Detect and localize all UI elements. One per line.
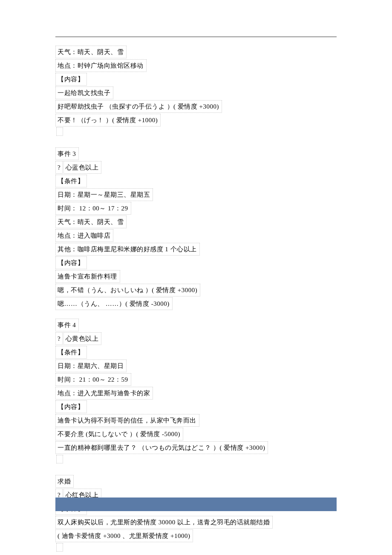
event-4-heart-q: ? (55, 332, 63, 345)
propose-line-1: 双人床购买以后，尤里斯的爱情度 30000 以上，送青之羽毛的话就能结婚 (55, 516, 273, 529)
event-3-heart-q: ? (55, 161, 63, 174)
footer-band (55, 497, 337, 511)
event-3-content-label: 【内容】 (55, 256, 87, 269)
document-page: 天气：晴天、阴天、雪 地点：时钟广场向旅馆区移动 【内容】 一起给凯文找虫子 好… (0, 0, 392, 555)
propose-title: 求婚 (55, 475, 74, 488)
event-3-weather: 天气：晴天、阴天、雪 (55, 216, 127, 228)
event-3-place: 地点：进入咖啡店 (55, 229, 113, 242)
propose-block: 求婚 ?心红色以上 【条件】 双人床购买以后，尤里斯的爱情度 30000 以上，… (55, 475, 337, 555)
event-4-place: 地点：进入尤里斯与迪鲁卡的家 (55, 387, 153, 400)
event-3-date: 日期：星期一～星期三、星期五 (55, 188, 153, 201)
event-3-choice-1: 嗯，不错（うん、おいしいね ）( 爱情度 +3000) (55, 284, 200, 296)
event-3-heart: 心蓝色以上 (63, 161, 102, 174)
event-3-title: 事件 3 (55, 147, 79, 160)
event-4-choice-1: 不要介意 (気にしないで ）( 爱情度 -5000) (55, 428, 183, 440)
intro-place: 地点：时钟广场向旅馆区移动 (55, 59, 147, 72)
event-3-block: 事件 3 ?心蓝色以上 【条件】 日期：星期一～星期三、星期五 时间： 12：0… (55, 147, 337, 311)
event-3-other: 其他：咖啡店梅里尼和米娜的好感度 1 个心以上 (55, 243, 200, 256)
intro-weather: 天气：晴天、阴天、雪 (55, 46, 127, 58)
event-4-heart: 心黄色以上 (63, 332, 102, 345)
event-4-content-label: 【内容】 (55, 400, 87, 413)
event-4-block: 事件 4 ?心黄色以上 【条件】 日期：星期六、星期日 时间： 21：00～ 2… (55, 319, 337, 467)
event-4-cond-label: 【条件】 (55, 346, 87, 359)
spacer-box (56, 455, 63, 463)
event-4-date: 日期：星期六、星期日 (55, 359, 127, 372)
propose-line-2: ( 迪鲁卡爱情度 +3000 、尤里斯爱情度 +1000) (55, 529, 193, 542)
event-3-content-text: 迪鲁卡宣布新作料理 (55, 270, 120, 283)
intro-block: 天气：晴天、阴天、雪 地点：时钟广场向旅馆区移动 【内容】 一起给凯文找虫子 好… (55, 46, 337, 140)
spacer-box (56, 543, 63, 552)
event-3-cond-label: 【条件】 (55, 175, 87, 187)
intro-choice-2: 不要！（げっ！ ）( 爱情度 +1000) (55, 114, 161, 127)
intro-choice-1: 好吧帮助找虫子 （虫探すの手伝うよ ）( 爱情度 +3000) (55, 100, 222, 113)
top-rule (55, 37, 337, 37)
intro-content-label: 【内容】 (55, 73, 87, 86)
event-4-title: 事件 4 (55, 319, 79, 331)
event-4-choice-2: 一直的精神都到哪里去了？ （いつもの元気はどこ？ ）( 爱情度 +3000) (55, 441, 268, 454)
event-3-choice-2: 嗯……（うん、 ……）( 爱情度 -3000) (55, 297, 173, 310)
intro-content-text: 一起给凯文找虫子 (55, 86, 113, 99)
spacer-box (56, 127, 63, 136)
event-4-content-text: 迪鲁卡认为得不到哥哥的信任，从家中飞奔而出 (55, 414, 199, 427)
event-4-time: 时间： 21：00～ 22：59 (55, 373, 131, 386)
event-3-time: 时间： 12：00～ 17：29 (55, 202, 131, 215)
